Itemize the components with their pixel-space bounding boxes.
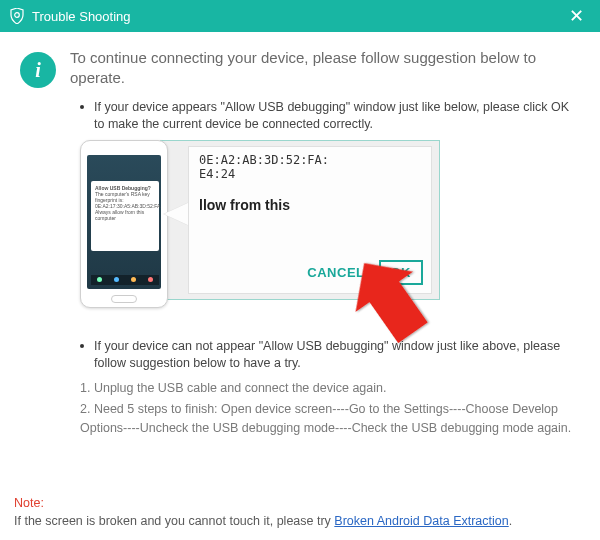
allow-from-line: llow from this [199, 197, 421, 213]
shield-icon [10, 8, 24, 24]
phone-mockup: Allow USB Debugging? The computer's RSA … [80, 140, 168, 308]
intro-row: i To continue connecting your device, pl… [20, 48, 580, 89]
bullet-text-2: If your device can not appear "Allow USB… [94, 338, 580, 373]
footer-after: . [509, 514, 512, 528]
bullet-item-1: If your device appears "Allow USB debugg… [80, 99, 580, 134]
callout-pointer-icon [164, 202, 190, 226]
illustration: Allow USB Debugging? The computer's RSA … [80, 140, 480, 310]
ok-button[interactable]: OK [379, 260, 424, 285]
close-icon[interactable]: ✕ [563, 5, 590, 27]
window-title: Trouble Shooting [32, 9, 563, 24]
bullet-list-2: If your device can not appear "Allow USB… [80, 338, 580, 373]
dialog-buttons: CANCEL OK [307, 260, 423, 285]
callout-zoom: 0E:A2:AB:3D:52:FA: E4:24 llow from this … [188, 146, 432, 294]
cancel-button[interactable]: CANCEL [307, 265, 364, 280]
bullet-item-2: If your device can not appear "Allow USB… [80, 338, 580, 373]
phone-dialog-body: The computer's RSA key fingerprint is: 0… [95, 191, 155, 221]
info-icon: i [20, 52, 56, 88]
bullet-text-1: If your device appears "Allow USB debugg… [94, 99, 580, 134]
content-area: i To continue connecting your device, pl… [0, 32, 600, 449]
note-label: Note: [14, 496, 44, 510]
fingerprint-line-1: 0E:A2:AB:3D:52:FA: [199, 153, 421, 167]
substeps: 1. Unplug the USB cable and connect the … [80, 379, 580, 438]
phone-navbar [91, 275, 159, 285]
phone-dialog-title: Allow USB Debugging? [95, 185, 155, 191]
footer-text: If the screen is broken and you cannot t… [14, 514, 334, 528]
footer-note: Note: If the screen is broken and you ca… [14, 495, 586, 530]
fingerprint-line-2: E4:24 [199, 167, 421, 181]
step-1: 1. Unplug the USB cable and connect the … [80, 379, 580, 398]
titlebar: Trouble Shooting ✕ [0, 0, 600, 32]
svg-point-0 [15, 13, 20, 18]
intro-text: To continue connecting your device, plea… [70, 48, 580, 89]
bullet-dot-icon [80, 344, 84, 348]
step-2: 2. Need 5 steps to finish: Open device s… [80, 400, 580, 438]
bullet-list: If your device appears "Allow USB debugg… [80, 99, 580, 134]
broken-android-link[interactable]: Broken Android Data Extraction [334, 514, 508, 528]
bullet-dot-icon [80, 105, 84, 109]
phone-home-button [111, 295, 137, 303]
phone-dialog: Allow USB Debugging? The computer's RSA … [91, 181, 159, 251]
